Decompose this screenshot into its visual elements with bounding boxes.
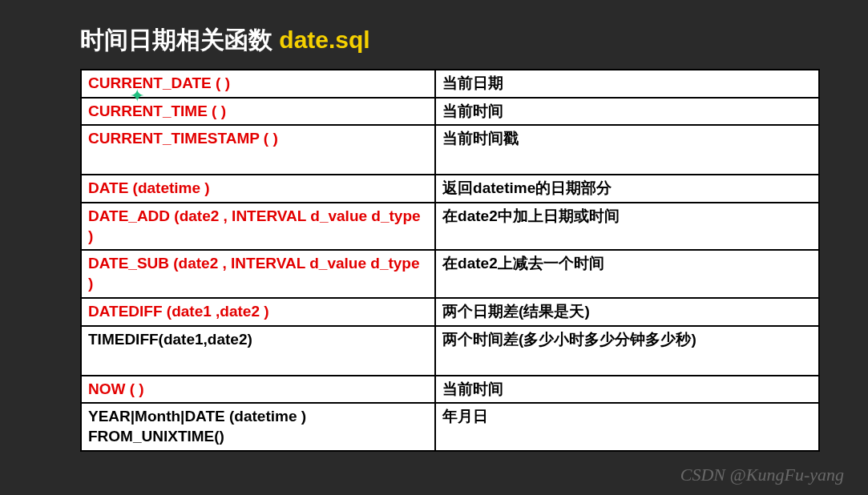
watermark: CSDN @KungFu-yang <box>680 465 844 485</box>
table-row: DATE_ADD (date2 , INTERVAL d_value d_typ… <box>81 203 819 250</box>
function-cell: CURRENT_DATE ( ) <box>81 70 435 98</box>
function-cell: DATE_SUB (date2 , INTERVAL d_value d_typ… <box>81 250 435 297</box>
title-yellow: date.sql <box>279 26 369 53</box>
description-cell: 两个日期差(结果是天) <box>435 298 819 326</box>
table-row: CURRENT_TIMESTAMP ( )当前时间戳 <box>81 125 819 175</box>
description-cell: 当前日期 <box>435 70 819 98</box>
description-cell: 返回datetime的日期部分 <box>435 175 819 203</box>
table-row: NOW ( )当前时间 <box>81 376 819 404</box>
description-cell: 当前时间 <box>435 98 819 126</box>
title-white: 时间日期相关函数 <box>80 26 279 53</box>
table-row: DATE (datetime )返回datetime的日期部分 <box>81 175 819 203</box>
description-cell: 在date2上减去一个时间 <box>435 250 819 297</box>
function-cell: NOW ( ) <box>81 376 435 404</box>
page-title: 时间日期相关函数 date.sql <box>80 24 820 57</box>
table-row: YEAR|Month|DATE (datetime ) FROM_UNIXTIM… <box>81 403 819 450</box>
function-cell: DATE (datetime ) <box>81 175 435 203</box>
function-table: CURRENT_DATE ( )当前日期CURRENT_TIME ( )当前时间… <box>80 69 820 452</box>
function-cell: DATE_ADD (date2 , INTERVAL d_value d_typ… <box>81 203 435 250</box>
function-cell: CURRENT_TIME ( ) <box>81 98 435 126</box>
table-row: CURRENT_TIME ( )当前时间 <box>81 98 819 126</box>
description-cell: 当前时间戳 <box>435 125 819 175</box>
function-cell: DATEDIFF (date1 ,date2 ) <box>81 298 435 326</box>
description-cell: 当前时间 <box>435 376 819 404</box>
table-row: CURRENT_DATE ( )当前日期 <box>81 70 819 98</box>
table-row: DATE_SUB (date2 , INTERVAL d_value d_typ… <box>81 250 819 297</box>
table-row: DATEDIFF (date1 ,date2 )两个日期差(结果是天) <box>81 298 819 326</box>
table-row: TIMEDIFF(date1,date2)两个时间差(多少小时多少分钟多少秒) <box>81 326 819 376</box>
description-cell: 在date2中加上日期或时间 <box>435 203 819 250</box>
function-cell: CURRENT_TIMESTAMP ( ) <box>81 125 435 175</box>
description-cell: 年月日 <box>435 403 819 450</box>
function-cell: YEAR|Month|DATE (datetime ) FROM_UNIXTIM… <box>81 403 435 450</box>
description-cell: 两个时间差(多少小时多少分钟多少秒) <box>435 326 819 376</box>
function-cell: TIMEDIFF(date1,date2) <box>81 326 435 376</box>
